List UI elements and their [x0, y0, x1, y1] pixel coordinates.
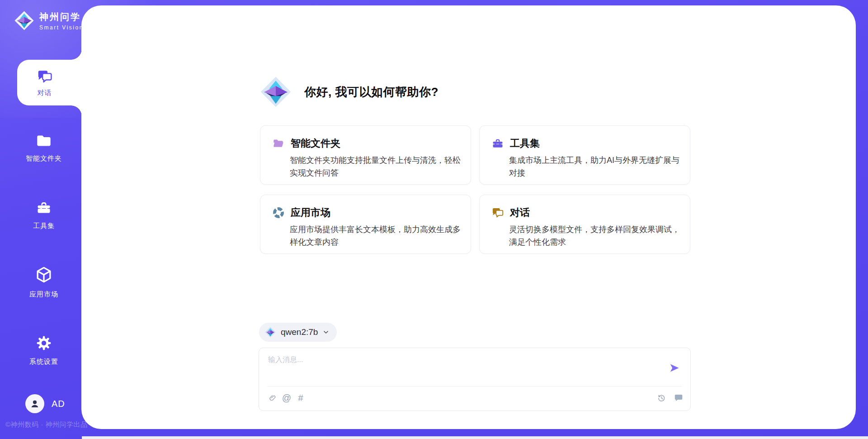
topic-button[interactable]: #	[295, 392, 306, 404]
card-toolset[interactable]: 工具集 集成市场上主流工具，助力AI与外界无缝扩展与 对接	[479, 125, 690, 185]
sidebar-item-label: 工具集	[33, 222, 55, 230]
card-title: 工具集	[510, 137, 540, 150]
card-title: 应用市场	[291, 206, 330, 220]
brand-name: 神州问学	[39, 11, 84, 23]
sidebar-item-label: 智能文件夹	[26, 154, 62, 163]
paperclip-icon	[269, 393, 277, 403]
card-smart-folder[interactable]: 智能文件夹 智能文件夹功能支持批量文件上传与清洗，轻松 实现文件问答	[260, 125, 471, 185]
history-button[interactable]	[656, 392, 667, 404]
feature-cards: 智能文件夹 智能文件夹功能支持批量文件上传与清洗，轻松 实现文件问答 工具集 集…	[260, 125, 690, 254]
comment-button[interactable]	[673, 392, 684, 404]
send-icon	[669, 362, 681, 374]
model-diamond-logo-icon	[264, 326, 276, 339]
comment-icon	[674, 393, 684, 403]
hash-icon: #	[298, 392, 303, 404]
folder-icon	[35, 133, 52, 148]
avatar	[25, 394, 44, 413]
model-name: qwen2:7b	[281, 327, 318, 337]
message-input[interactable]	[268, 355, 643, 379]
assistant-diamond-logo-icon	[259, 74, 292, 110]
at-icon: @	[282, 392, 291, 404]
sidebar-item-settings[interactable]: 系统设置	[8, 334, 80, 366]
toolbox-icon	[491, 137, 504, 150]
composer-divider	[267, 386, 682, 387]
mention-button[interactable]: @	[281, 392, 292, 404]
card-title: 智能文件夹	[291, 137, 340, 150]
send-button[interactable]	[669, 362, 681, 374]
chat-icon	[37, 68, 53, 85]
composer-toolbar: @ #	[267, 392, 684, 404]
card-description: 智能文件夹功能支持批量文件上传与清洗，轻松 实现文件问答	[290, 154, 466, 179]
sidebar-item-label: 对话	[38, 89, 52, 97]
card-title: 对话	[510, 206, 530, 220]
sidebar-item-app-market[interactable]: 应用市场	[8, 265, 80, 299]
sidebar-item-smart-folder[interactable]: 智能文件夹	[8, 133, 80, 163]
card-chat[interactable]: 对话 灵活切换多模型文件，支持多样回复效果调试， 满足个性化需求	[479, 195, 690, 254]
card-description: 集成市场上主流工具，助力AI与外界无缝扩展与 对接	[509, 154, 685, 179]
horizontal-scrollbar[interactable]	[82, 436, 868, 439]
brand-subtitle: Smart Vision	[39, 24, 84, 31]
gear-icon	[35, 334, 52, 352]
copyright: ©神州数码 · 神州问学出品	[5, 420, 87, 429]
attach-file-button[interactable]	[267, 392, 278, 404]
card-app-market[interactable]: 应用市场 应用市场提供丰富长文本模板，助力高效生成多 样化文章内容	[260, 195, 471, 254]
sidebar-item-chat[interactable]: 对话	[17, 60, 82, 105]
cube-icon	[35, 265, 53, 284]
card-description: 应用市场提供丰富长文本模板，助力高效生成多 样化文章内容	[290, 223, 466, 248]
sidebar-item-label: 系统设置	[29, 358, 58, 366]
user-menu[interactable]: AD	[25, 394, 65, 413]
card-description: 灵活切换多模型文件，支持多样回复效果调试， 满足个性化需求	[509, 223, 685, 248]
chat-icon	[491, 206, 504, 219]
toolbox-icon	[35, 200, 52, 216]
model-selector[interactable]: qwen2:7b	[259, 323, 337, 342]
greeting: 你好, 我可以如何帮助你?	[259, 74, 439, 110]
sidebar-item-label: 应用市场	[29, 290, 58, 299]
chevron-down-icon	[322, 329, 330, 336]
sidebar-item-toolset[interactable]: 工具集	[8, 200, 80, 230]
folder-open-icon	[272, 137, 285, 150]
greeting-text: 你好, 我可以如何帮助你?	[304, 84, 439, 100]
brand: 神州问学 Smart Vision	[14, 10, 84, 31]
user-name: AD	[52, 399, 65, 409]
grid-icon	[272, 206, 285, 219]
history-icon	[657, 393, 666, 403]
brand-diamond-logo-icon	[14, 10, 35, 31]
message-composer: @ #	[259, 348, 691, 411]
